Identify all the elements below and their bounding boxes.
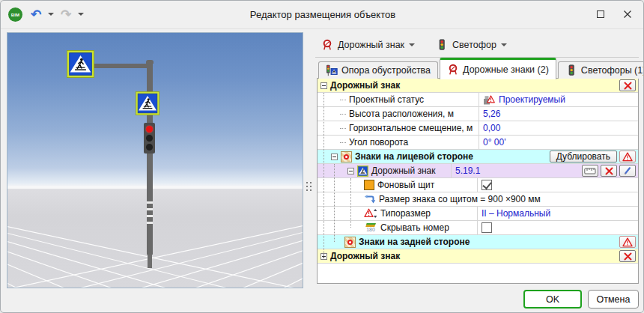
shield-checkbox[interactable] [482, 180, 492, 190]
cancel-button[interactable]: Отмена [588, 290, 639, 309]
offset-value-field[interactable]: 0,00 [479, 121, 638, 135]
height-value-field[interactable]: 5,26 [479, 107, 638, 121]
duplicate-button[interactable]: Дублировать [550, 151, 617, 162]
chevron-down-icon [501, 43, 507, 46]
sign-number-icon: 180 [364, 223, 377, 232]
add-road-sign-label: Дорожный знак [338, 40, 404, 50]
add-traffic-light-label: Светофор [452, 40, 496, 50]
expand-expander-icon[interactable] [321, 253, 327, 260]
typesize-icon [364, 208, 377, 219]
grid-overlay-dash [147, 201, 153, 204]
titlebar-separator [1, 28, 644, 29]
collapse-expander-icon[interactable] [331, 154, 338, 160]
tab-support[interactable]: Опора обустройства [318, 61, 438, 79]
collapse-expander-icon[interactable] [347, 168, 354, 174]
property-row-status: Проектный статус Проектируемый [318, 93, 638, 107]
offset-value: 0,00 [483, 123, 500, 133]
chevron-down-icon [78, 13, 84, 16]
tab-road-signs[interactable]: Дорожные знаки (2) [440, 58, 556, 79]
tab-traffic-lights-label: Светофоры (1) [581, 65, 644, 76]
property-row-shield: Фоновый щит [318, 178, 638, 192]
pole-mast-lower[interactable] [148, 255, 152, 268]
red-lamp [146, 126, 153, 133]
editor-window: BIM ↶ ↷ Редактор размещения объектов [0, 0, 644, 313]
chevron-down-icon [409, 43, 415, 46]
sign-code-field[interactable]: 5.19.1 [451, 164, 638, 177]
undo-button[interactable]: ↶ [28, 6, 44, 22]
group-label: Дорожный знак [330, 80, 400, 91]
close-icon [623, 10, 632, 19]
ok-button[interactable]: OK [523, 290, 582, 309]
edit-sign-button[interactable] [619, 165, 636, 177]
panel-toolbar: Дорожный знак Светофор [317, 34, 511, 55]
height-value: 5,26 [483, 109, 500, 119]
close-button[interactable] [615, 4, 640, 25]
sign-number-flag [365, 223, 376, 227]
delete-sign-button[interactable] [619, 250, 636, 262]
tab-traffic-lights[interactable]: Светофоры (1) [558, 61, 644, 79]
delete-icon [624, 252, 632, 261]
size-icon [364, 193, 376, 205]
3d-viewport[interactable] [7, 32, 303, 288]
traffic-light-3d[interactable] [144, 123, 155, 154]
property-row-size-note: Размер знака со щитом = 900 ×900 мм [318, 192, 638, 207]
group-label: Дорожный знак [330, 251, 400, 261]
traffic-light-icon [565, 64, 577, 76]
property-row-angle: Угол поворота 0° 00' [318, 136, 638, 150]
undo-dropdown-button[interactable] [46, 6, 56, 22]
pedestrian-sign-icon [357, 165, 368, 177]
tab-support-label: Опора обустройства [341, 65, 431, 76]
pole-cap [146, 60, 154, 64]
add-traffic-light-dropdown[interactable]: Светофор [431, 37, 511, 53]
pedestrian-sign-on-pole[interactable] [136, 91, 160, 115]
grid-overlay-dash [147, 215, 153, 217]
property-label: Высота расположения, м [349, 109, 454, 119]
tab-road-signs-label: Дорожные знаки (2) [463, 64, 549, 75]
tree-guide-line [340, 142, 346, 143]
maximize-button[interactable] [588, 4, 613, 25]
tree-guide-line [340, 100, 346, 100]
chevron-down-icon [48, 13, 54, 16]
add-road-sign-dropdown[interactable]: Дорожный знак [317, 37, 419, 53]
dimensions-button[interactable] [582, 165, 598, 177]
property-row-sign-code: Дорожный знак 5.19.1 [318, 164, 638, 178]
grid-overlay-dash [147, 222, 153, 224]
collapse-expander-icon[interactable] [321, 82, 327, 89]
redo-dropdown-button[interactable] [76, 6, 86, 22]
delete-icon [605, 167, 613, 175]
redo-button[interactable]: ↷ [58, 6, 74, 22]
undo-icon: ↶ [31, 8, 41, 21]
warning-icon [622, 237, 633, 247]
pedestrian-sign-on-arm[interactable] [67, 50, 94, 78]
property-label: Скрывать номер [380, 222, 449, 233]
sign-face-icon [344, 237, 356, 248]
road-sign-icon [321, 39, 333, 51]
pencil-icon [623, 166, 632, 175]
property-grid: Дорожный знак Проектный статус Проектиру… [317, 78, 639, 284]
property-row-offset: Горизонтальное смещение, м 0,00 [318, 121, 638, 136]
property-label: Дорожный знак [371, 165, 436, 176]
angle-value-field[interactable]: 0° 00' [479, 136, 638, 149]
hide-number-checkbox[interactable] [482, 222, 492, 233]
status-value-field[interactable]: Проектируемый [479, 93, 638, 106]
delete-sign-face-button[interactable] [601, 165, 617, 177]
dimension-icon [584, 168, 596, 174]
tree-guide-line [340, 114, 346, 115]
sign-face-icon [341, 151, 352, 162]
property-row-hide-number: 180 Скрывать номер [318, 221, 638, 235]
typesize-value: II – Нормальный [482, 208, 550, 219]
typesize-value-field[interactable]: II – Нормальный [477, 207, 638, 220]
group-row-road-sign-2: Дорожный знак [318, 249, 638, 264]
delete-sign-button[interactable] [619, 79, 636, 91]
grid-overlay-dash [147, 208, 153, 210]
warning-button[interactable] [619, 236, 636, 248]
sign-code-value: 5.19.1 [455, 165, 480, 176]
tab-strip: Опора обустройства Дорожные знаки (2) Св… [318, 57, 644, 79]
group-label: Знаки на задней стороне [359, 237, 470, 247]
panel-splitter[interactable] [303, 32, 314, 288]
warning-button[interactable] [619, 151, 636, 162]
green-lamp-off [146, 144, 153, 151]
title-bar: BIM ↶ ↷ Редактор размещения объектов [1, 1, 644, 28]
sign-number-badge: 180 [366, 227, 375, 232]
traffic-light-icon [436, 39, 448, 51]
